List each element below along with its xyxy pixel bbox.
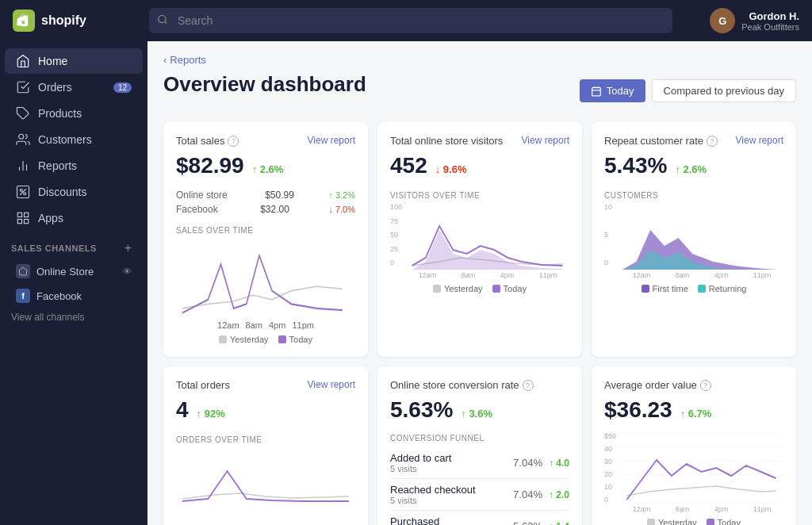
- card-change: 3.6%: [461, 408, 492, 420]
- search-input[interactable]: [149, 8, 672, 33]
- legend-today: Today: [492, 284, 527, 293]
- view-report-link[interactable]: View report: [308, 135, 355, 146]
- card-value: $36.23: [604, 397, 672, 423]
- visitors-x-axis: 12am8am4pm11pm: [390, 271, 569, 279]
- card-label: Total online store visitors: [390, 135, 503, 147]
- sidebar-item-customers[interactable]: Customers: [5, 127, 143, 152]
- conv-label: CONVERSION FUNNEL: [390, 434, 569, 443]
- card-label: Total sales ?: [176, 135, 239, 147]
- view-report-link[interactable]: View report: [736, 135, 783, 146]
- card-value-row: 5.43% 2.6%: [604, 150, 783, 182]
- conv-row-checkout: Reached checkout 5 visits 7.04% ↑ 2.0: [390, 479, 569, 511]
- conv-row-cart: Added to cart 5 visits 7.04% ↑ 4.0: [390, 447, 569, 479]
- today-button-label: Today: [607, 85, 634, 97]
- sub-stat-row: Online store $50.99 ↑ 3.2%: [176, 188, 355, 202]
- shopify-logo-icon: [13, 10, 35, 32]
- channel-label: Facebook: [36, 290, 82, 302]
- help-icon[interactable]: ?: [707, 136, 718, 147]
- view-report-link[interactable]: View report: [308, 379, 355, 390]
- today-button[interactable]: Today: [580, 79, 645, 102]
- legend-yesterday: Yesterday: [433, 284, 483, 293]
- card-change: 2.6%: [252, 163, 284, 175]
- customers-legend: First time Returning: [604, 284, 783, 293]
- card-label: Repeat customer rate ?: [604, 135, 718, 147]
- sidebar-item-label: Reports: [38, 159, 77, 172]
- sidebar-channel-facebook[interactable]: f Facebook: [5, 284, 143, 308]
- home-icon: [16, 54, 30, 68]
- chart-label: ORDERS OVER TIME: [176, 435, 355, 444]
- breadcrumb[interactable]: ‹ Reports: [163, 54, 796, 66]
- user-shop: Peak Outfitters: [741, 22, 799, 32]
- legend-today: Today: [278, 335, 312, 344]
- help-icon[interactable]: ?: [523, 380, 534, 391]
- breadcrumb-arrow: ‹: [163, 54, 167, 66]
- customers-chart: [615, 206, 783, 270]
- card-header: Total sales ? View report: [176, 135, 355, 147]
- page-title: Overview dashboard: [163, 72, 366, 97]
- sidebar-item-products[interactable]: Products: [5, 101, 143, 126]
- main-content: ‹ Reports Overview dashboard Today Compa…: [147, 41, 812, 525]
- sidebar-item-apps[interactable]: Apps: [5, 205, 143, 231]
- repeat-customer-rate-card: Repeat customer rate ? View report 5.43%…: [592, 122, 796, 357]
- sub-stats: Online store $50.99 ↑ 3.2% Facebook $32.…: [176, 188, 355, 217]
- sidebar-item-label: Customers: [38, 133, 92, 146]
- user-info: Gordon H. Peak Outfitters: [741, 10, 799, 32]
- card-header: Repeat customer rate ? View report: [604, 135, 783, 147]
- user-name: Gordon H.: [741, 10, 799, 22]
- avg-order-value-card: Average order value ? $36.23 6.7% $50 40…: [592, 366, 796, 525]
- view-report-link[interactable]: View report: [522, 135, 569, 146]
- search-icon: [157, 14, 168, 28]
- sidebar-item-reports[interactable]: Reports: [5, 153, 143, 178]
- svg-line-8: [20, 189, 26, 195]
- help-icon[interactable]: ?: [700, 380, 711, 391]
- add-channel-button[interactable]: +: [120, 241, 136, 255]
- card-value: 5.43%: [604, 153, 667, 178]
- chart-label: CUSTOMERS: [604, 191, 783, 200]
- chart-label: SALES OVER TIME: [176, 226, 355, 235]
- compare-button[interactable]: Compared to previous day: [652, 79, 796, 102]
- visitors-legend: Yesterday Today: [390, 284, 569, 293]
- card-header: Average order value ?: [604, 379, 783, 391]
- help-icon[interactable]: ?: [228, 136, 239, 147]
- card-label: Total orders: [176, 379, 230, 391]
- sidebar-channel-online-store[interactable]: Online Store 👁: [5, 259, 143, 283]
- total-visitors-card: Total online store visitors View report …: [377, 122, 582, 357]
- customers-icon: [16, 132, 30, 147]
- discounts-icon: [16, 185, 30, 199]
- card-value: 4: [176, 397, 189, 423]
- visitors-chart: [405, 206, 569, 270]
- sidebar: Home Orders 12 Products Customers Repo: [0, 41, 147, 525]
- svg-rect-14: [592, 87, 601, 96]
- card-change: 92%: [197, 408, 225, 420]
- sales-channels-title: SALES CHANNELS: [11, 243, 97, 253]
- sidebar-item-orders[interactable]: Orders 12: [5, 75, 143, 100]
- top-navigation: shopify G Gordon H. Peak Outfitters: [0, 0, 812, 41]
- total-orders-card: Total orders View report 4 92% ORDERS OV…: [163, 366, 368, 525]
- sub-stat-row: Facebook $32.00 ↓ 7.0%: [176, 202, 355, 217]
- search-bar[interactable]: [149, 8, 672, 33]
- customers-x-axis: 12am8am4pm11pm: [604, 271, 783, 279]
- logo[interactable]: shopify: [13, 10, 140, 32]
- card-value-row: 5.63% 3.6%: [390, 394, 569, 426]
- visitors-chart-area: 100 75 50 25 0: [390, 203, 569, 270]
- view-all-channels[interactable]: View all channels: [0, 308, 147, 326]
- card-value-row: 4 92%: [176, 394, 355, 426]
- eye-icon: 👁: [123, 266, 132, 276]
- avg-order-chart-area: $50 40 30 20 10 0: [604, 432, 783, 504]
- customer-chart-area: 10 5 0: [604, 203, 783, 270]
- conversion-rate-card: Online store conversion rate ? 5.63% 3.6…: [377, 366, 582, 525]
- apps-icon: [16, 211, 30, 225]
- sidebar-item-home[interactable]: Home: [5, 48, 143, 74]
- channel-label: Online Store: [36, 266, 94, 278]
- svg-point-0: [159, 15, 166, 22]
- facebook-icon: f: [16, 289, 30, 303]
- sidebar-item-discounts[interactable]: Discounts: [5, 179, 143, 205]
- breadcrumb-text: Reports: [170, 54, 206, 66]
- metrics-grid: Total sales ? View report $82.99 2.6% On…: [163, 122, 796, 525]
- orders-badge: 12: [113, 82, 132, 93]
- svg-rect-13: [17, 220, 21, 224]
- products-icon: [16, 106, 30, 121]
- compare-button-label: Compared to previous day: [664, 85, 784, 97]
- card-value-row: $36.23 6.7%: [604, 394, 783, 426]
- logo-text: shopify: [41, 13, 86, 28]
